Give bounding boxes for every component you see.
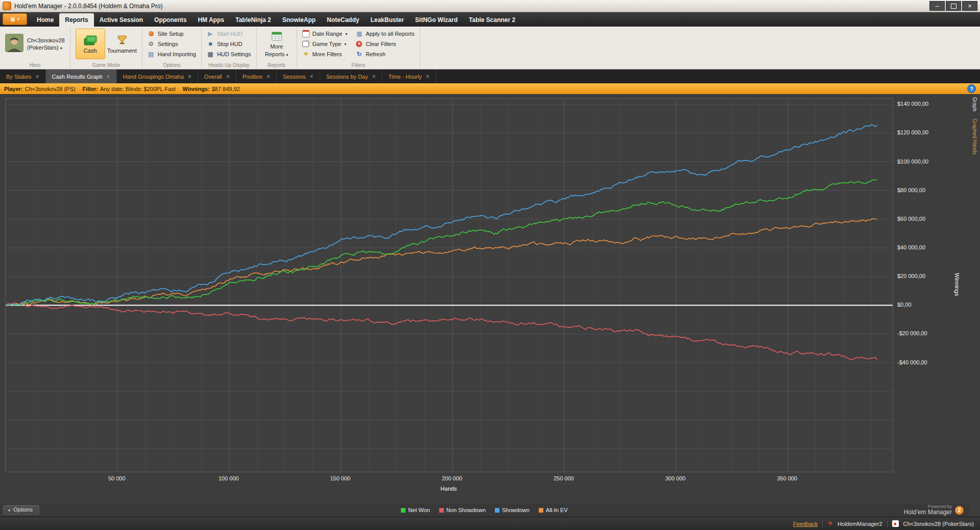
- menu-item-sitngo-wizard[interactable]: SitNGo Wizard: [410, 13, 463, 27]
- tab-cash-results-graph[interactable]: Cash Results Graph×: [46, 70, 117, 83]
- legend-label: All-In EV: [546, 507, 568, 513]
- close-icon[interactable]: ×: [226, 73, 230, 80]
- side-tab-graphed-hands[interactable]: Graphed Hands: [972, 119, 977, 155]
- minimize-button[interactable]: –: [929, 1, 945, 11]
- cash-cards-icon: [84, 35, 97, 46]
- menu-item-hm-apps[interactable]: HM Apps: [192, 13, 230, 27]
- menu-item-opponents[interactable]: Opponents: [149, 13, 192, 27]
- title-bar: Hold'em Manager - 2.0.0.8454 (Holdem & O…: [0, 0, 980, 12]
- hand-importing-button[interactable]: ▤ Hand Importing: [148, 49, 196, 59]
- legend-item[interactable]: Non Showdown: [439, 507, 486, 513]
- legend-item[interactable]: All-In EV: [539, 507, 568, 513]
- date-range-button[interactable]: Date Range ▾: [302, 29, 348, 39]
- clear-filters-label: Clear Filters: [366, 41, 396, 47]
- close-icon[interactable]: ×: [267, 73, 270, 80]
- player-value: Ch<3snokov28 (PS): [25, 86, 76, 92]
- tab-hand-groupings-omaha[interactable]: Hand Groupings Omaha×: [117, 70, 198, 83]
- close-icon[interactable]: ×: [107, 73, 110, 80]
- y-tick-label: $40 000,00: [897, 244, 925, 250]
- site-setup-icon: [149, 31, 154, 36]
- menu-item-tableninja[interactable]: TableNinja 2: [230, 13, 277, 27]
- restore-button[interactable]: [946, 1, 961, 11]
- clear-filters-button[interactable]: × Clear Filters: [355, 39, 414, 49]
- flag-icon: ⚑: [827, 520, 833, 527]
- avatar-image: [5, 34, 23, 52]
- legend-swatch-icon: [401, 508, 405, 513]
- tab-by-stakes[interactable]: By Stakes×: [0, 70, 46, 83]
- tab-label: Time - Hourly: [388, 74, 422, 80]
- tournament-label: Tournament: [107, 48, 137, 54]
- tab-position[interactable]: Position×: [236, 70, 277, 83]
- more-filters-button[interactable]: More Filters: [302, 49, 348, 59]
- ribbon-group-filters: Date Range ▾ Game Type ▾ More Filters ▦ …: [297, 27, 420, 69]
- clear-filters-icon: ×: [356, 41, 362, 47]
- hm2-badge-icon: 2: [955, 506, 964, 515]
- side-tab-strip: Graph Graphed Hands: [969, 94, 980, 517]
- legend-swatch-icon: [439, 508, 444, 513]
- tab-time-hourly[interactable]: Time - Hourly×: [382, 70, 436, 83]
- chevron-down-icon: ▾: [17, 17, 19, 21]
- side-tab-graph[interactable]: Graph: [972, 97, 977, 111]
- tab-label: Overall: [204, 74, 222, 80]
- ribbon-group-label-filters: Filters: [297, 62, 420, 68]
- more-reports-label-2: Reports: [265, 51, 285, 57]
- legend-item[interactable]: Net Won: [401, 507, 430, 513]
- settings-button[interactable]: ⚙ Settings: [148, 39, 196, 49]
- hero-site[interactable]: (PokerStars): [27, 44, 59, 51]
- help-icon[interactable]: ?: [967, 84, 976, 93]
- apply-all-reports-button[interactable]: ▦ Apply to all Reports: [355, 29, 414, 39]
- player-label: Player:: [4, 86, 23, 92]
- app-menu-button[interactable]: ▦ ▾: [3, 13, 27, 25]
- more-filters-label: More Filters: [313, 51, 342, 57]
- chevron-down-icon: ▾: [60, 46, 62, 51]
- settings-label: Settings: [158, 41, 178, 47]
- series-non-showdown: [6, 303, 877, 360]
- tab-sessions-by-day[interactable]: Sessions by Day×: [320, 70, 383, 83]
- hud-settings-button[interactable]: ▦ HUD Settings: [207, 49, 251, 59]
- menu-item-active-session[interactable]: Active Session: [94, 13, 149, 27]
- legend-item[interactable]: Showdown: [495, 507, 530, 513]
- stop-hud-button[interactable]: ■ Stop HUD: [207, 39, 251, 49]
- refresh-button[interactable]: ↻ Refresh: [355, 49, 414, 59]
- close-icon[interactable]: ×: [310, 73, 314, 80]
- separator: [822, 520, 823, 527]
- separator: [887, 520, 888, 527]
- close-icon[interactable]: ×: [372, 73, 375, 80]
- menu-item-notecaddy[interactable]: NoteCaddy: [321, 13, 365, 27]
- close-icon[interactable]: ×: [188, 73, 192, 80]
- tab-sessions[interactable]: Sessions×: [277, 70, 320, 83]
- close-button[interactable]: ×: [962, 1, 977, 11]
- close-icon[interactable]: ×: [426, 73, 429, 80]
- tab-label: Cash Results Graph: [52, 74, 103, 80]
- refresh-label: Refresh: [366, 51, 386, 57]
- y-tick-label: -$20 000,00: [897, 330, 927, 336]
- menu-item-leakbuster[interactable]: LeakBuster: [365, 13, 409, 27]
- feedback-link[interactable]: Feedback: [793, 521, 818, 527]
- hero-name[interactable]: Ch<3snokov28: [27, 37, 65, 44]
- cash-mode-button[interactable]: Cash: [76, 29, 105, 59]
- chevron-down-icon: ▾: [344, 42, 346, 47]
- x-axis-title: Hands: [5, 486, 892, 492]
- game-type-button[interactable]: Game Type ▾: [302, 39, 348, 49]
- hand-importing-label: Hand Importing: [158, 51, 196, 57]
- site-setup-button[interactable]: Site Setup: [148, 29, 196, 39]
- options-button[interactable]: ▴ Options: [3, 505, 39, 515]
- refresh-icon: ↻: [355, 51, 363, 58]
- x-tick-label: 200 000: [442, 475, 462, 481]
- menu-item-home[interactable]: Home: [31, 13, 59, 27]
- menu-item-table-scanner[interactable]: Table Scanner 2: [463, 13, 521, 27]
- tab-overall[interactable]: Overall×: [198, 70, 236, 83]
- close-icon[interactable]: ×: [36, 73, 39, 80]
- menu-bar: ▦ ▾ Home Reports Active Session Opponent…: [0, 12, 980, 27]
- start-hud-label: Start HUD: [217, 31, 243, 37]
- stop-hud-label: Stop HUD: [217, 41, 243, 47]
- restore-icon: [951, 4, 957, 9]
- hero-avatar[interactable]: [5, 34, 23, 54]
- menu-item-snowieapp[interactable]: SnowieApp: [277, 13, 321, 27]
- tournament-mode-button[interactable]: Tournament: [107, 29, 137, 59]
- plot-area[interactable]: [5, 98, 893, 472]
- stop-icon: ■: [207, 40, 214, 48]
- menu-item-reports[interactable]: Reports: [59, 13, 93, 27]
- start-hud-button: ▶ Start HUD: [207, 29, 251, 39]
- more-reports-button[interactable]: More Reports ▾: [262, 29, 292, 59]
